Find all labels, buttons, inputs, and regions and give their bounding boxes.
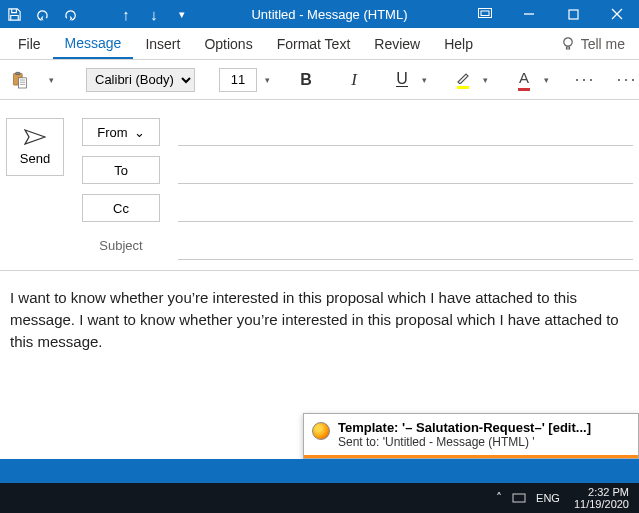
- font-name-select[interactable]: Calibri (Body): [86, 68, 195, 92]
- tray-chevron-icon[interactable]: ˄: [496, 491, 502, 505]
- maximize-button[interactable]: [551, 0, 595, 28]
- title-bar: ↑ ↓ ▾ Untitled - Message (HTML): [0, 0, 639, 28]
- to-label: To: [114, 163, 128, 178]
- redo-icon[interactable]: [56, 0, 84, 28]
- send-icon: [24, 129, 46, 145]
- taskbar-date: 11/19/2020: [574, 498, 629, 510]
- close-button[interactable]: [595, 0, 639, 28]
- font-size-dropdown[interactable]: ▾: [265, 75, 270, 85]
- more-commands[interactable]: ···: [573, 66, 597, 94]
- tell-me-label: Tell me: [581, 36, 625, 52]
- tray-language[interactable]: ENG: [536, 492, 560, 504]
- tab-file[interactable]: File: [6, 28, 53, 59]
- paste-button[interactable]: [8, 66, 32, 94]
- ribbon-toolbar: ▾ Calibri (Body) ▾ B I U ▾ ▾ A ▾ ··· ···: [0, 60, 639, 100]
- font-color-button[interactable]: A: [512, 66, 536, 94]
- template-toast[interactable]: Template: '– Salutation-Request–' [edit.…: [303, 413, 639, 459]
- tab-options[interactable]: Options: [192, 28, 264, 59]
- svg-rect-1: [481, 11, 489, 16]
- highlight-button[interactable]: [451, 66, 475, 94]
- paste-dropdown[interactable]: ▾: [38, 66, 62, 94]
- cc-button[interactable]: Cc: [82, 194, 160, 222]
- toast-subtitle: Sent to: 'Untitled - Message (HTML) ': [338, 435, 591, 449]
- tray-input-icon[interactable]: [512, 492, 526, 504]
- message-body[interactable]: I want to know whether you’re interested…: [0, 271, 639, 368]
- underline-dropdown[interactable]: ▾: [422, 75, 427, 85]
- from-field[interactable]: [178, 118, 633, 146]
- cc-field[interactable]: [178, 194, 633, 222]
- svg-point-4: [563, 37, 571, 45]
- to-field[interactable]: [178, 156, 633, 184]
- lightbulb-icon: [561, 36, 575, 52]
- tab-insert[interactable]: Insert: [133, 28, 192, 59]
- windows-taskbar: ˄ ENG 2:32 PM 11/19/2020: [0, 483, 639, 513]
- ribbon-overflow[interactable]: ···: [615, 66, 639, 94]
- taskbar-time: 2:32 PM: [588, 486, 629, 498]
- from-label: From: [97, 125, 127, 140]
- toast-title: Template: '– Salutation-Request–' [edit.…: [338, 420, 591, 435]
- svg-rect-6: [16, 72, 20, 74]
- toast-progress: [304, 455, 638, 458]
- italic-button[interactable]: I: [342, 66, 366, 94]
- svg-rect-7: [19, 77, 27, 87]
- arrow-down-icon[interactable]: ↓: [140, 0, 168, 28]
- subject-field[interactable]: [178, 232, 633, 260]
- system-tray[interactable]: ˄ ENG: [496, 491, 560, 505]
- subject-label: Subject: [82, 232, 160, 253]
- save-icon[interactable]: [0, 0, 28, 28]
- ribbon-display-options-icon[interactable]: [463, 0, 507, 28]
- toast-icon: [312, 422, 330, 440]
- svg-rect-0: [479, 9, 492, 18]
- quick-access-toolbar: ↑ ↓ ▾: [0, 0, 196, 28]
- svg-rect-11: [513, 494, 525, 502]
- tab-help[interactable]: Help: [432, 28, 485, 59]
- send-label: Send: [20, 151, 50, 166]
- chevron-down-icon: ⌄: [134, 125, 145, 140]
- tab-review[interactable]: Review: [362, 28, 432, 59]
- tell-me[interactable]: Tell me: [553, 36, 633, 52]
- highlight-dropdown[interactable]: ▾: [483, 75, 488, 85]
- from-button[interactable]: From ⌄: [82, 118, 160, 146]
- cc-label: Cc: [113, 201, 129, 216]
- bold-button[interactable]: B: [294, 66, 318, 94]
- window-title: Untitled - Message (HTML): [196, 7, 463, 22]
- send-button[interactable]: Send: [6, 118, 64, 176]
- undo-icon[interactable]: [28, 0, 56, 28]
- qat-customize-icon[interactable]: ▾: [168, 0, 196, 28]
- font-color-dropdown[interactable]: ▾: [544, 75, 549, 85]
- arrow-up-icon[interactable]: ↑: [112, 0, 140, 28]
- font-size-select[interactable]: [219, 68, 257, 92]
- svg-rect-3: [569, 10, 578, 19]
- compose-header: Send From ⌄ To Cc Subject: [0, 100, 639, 271]
- status-bar: [0, 459, 639, 483]
- ribbon-tabs: File Message Insert Options Format Text …: [0, 28, 639, 60]
- tab-message[interactable]: Message: [53, 28, 134, 59]
- minimize-button[interactable]: [507, 0, 551, 28]
- to-button[interactable]: To: [82, 156, 160, 184]
- tab-format-text[interactable]: Format Text: [265, 28, 363, 59]
- underline-button[interactable]: U: [390, 66, 414, 94]
- taskbar-clock[interactable]: 2:32 PM 11/19/2020: [574, 486, 629, 510]
